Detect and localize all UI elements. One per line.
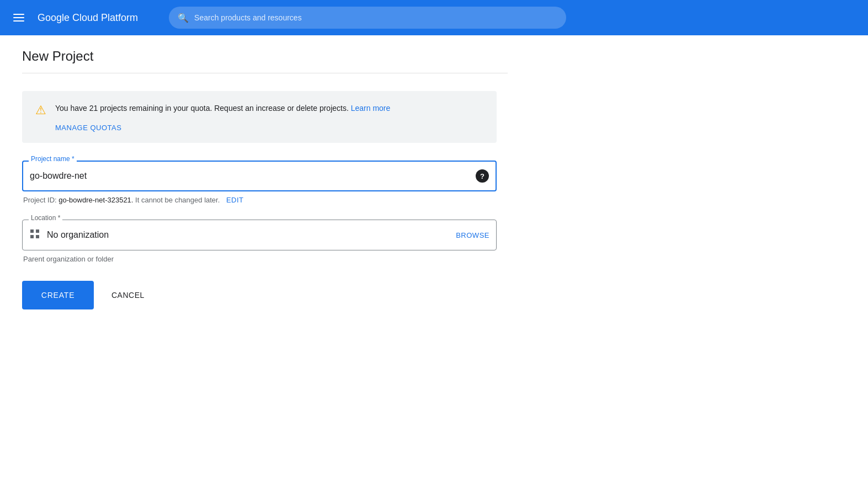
location-field: Location * No organization BROWSE <box>22 220 497 250</box>
divider <box>22 73 508 73</box>
svg-rect-0 <box>30 229 34 233</box>
learn-more-link[interactable]: Learn more <box>351 104 391 113</box>
warning-text: You have 21 projects remaining in your q… <box>55 102 483 114</box>
project-name-input[interactable] <box>30 171 476 181</box>
warning-content: You have 21 projects remaining in your q… <box>55 102 483 132</box>
project-id-value: go-bowdre-net-323521. <box>58 196 133 204</box>
warning-icon: ⚠ <box>35 103 46 118</box>
page-title: New Project <box>22 49 508 64</box>
new-project-form: Project name * ? Project ID: go-bowdre-n… <box>22 161 497 309</box>
location-input-wrapper: No organization BROWSE <box>22 220 497 250</box>
svg-rect-3 <box>36 235 39 238</box>
app-header: Google Cloud Platform 🔍 <box>0 0 868 35</box>
location-label: Location * <box>29 214 62 222</box>
location-hint: Parent organization or folder <box>22 255 497 263</box>
project-name-input-wrapper: ? <box>22 161 497 191</box>
app-title: Google Cloud Platform <box>38 12 138 24</box>
edit-project-id-link[interactable]: EDIT <box>226 196 244 204</box>
project-id-line: Project ID: go-bowdre-net-323521. It can… <box>22 196 497 204</box>
svg-rect-2 <box>30 235 34 238</box>
main-content: New Project ⚠ You have 21 projects remai… <box>0 35 530 323</box>
menu-icon[interactable] <box>9 9 29 26</box>
search-input[interactable] <box>194 13 557 22</box>
create-button[interactable]: CREATE <box>22 281 94 309</box>
svg-rect-1 <box>36 229 39 233</box>
search-icon: 🔍 <box>178 13 189 23</box>
form-buttons: CREATE CANCEL <box>22 281 497 309</box>
browse-link[interactable]: BROWSE <box>456 231 489 239</box>
location-value: No organization <box>47 230 456 240</box>
project-name-field: Project name * ? <box>22 161 497 191</box>
help-icon[interactable]: ? <box>476 169 489 183</box>
cancel-button[interactable]: CANCEL <box>98 281 158 309</box>
manage-quotas-link[interactable]: MANAGE QUOTAS <box>55 124 121 132</box>
grid-icon <box>29 228 40 242</box>
quota-warning-box: ⚠ You have 21 projects remaining in your… <box>22 91 497 143</box>
search-bar[interactable]: 🔍 <box>169 7 566 29</box>
required-marker: * <box>72 155 74 163</box>
project-name-label: Project name * <box>29 155 77 163</box>
